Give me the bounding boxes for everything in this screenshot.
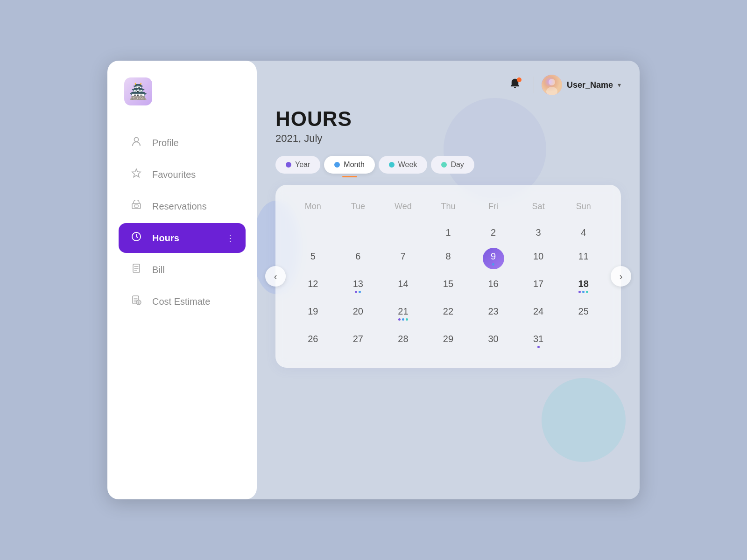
bill-label: Bill <box>152 265 165 275</box>
header: User_Name ▾ <box>257 61 640 96</box>
cal-day-2[interactable]: 2 <box>471 221 516 245</box>
cal-day-31[interactable]: 31 <box>516 327 561 355</box>
sidebar-item-hours[interactable]: Hours ⋮ <box>119 223 246 253</box>
cal-day-11[interactable]: 11 <box>561 245 606 272</box>
dot-teal-18 <box>586 291 588 293</box>
month-tab-label: Month <box>344 161 364 169</box>
cal-day-16[interactable]: 16 <box>471 272 516 300</box>
sidebar-logo: 🏯 <box>107 77 257 128</box>
cal-day-19[interactable]: 19 <box>290 300 336 327</box>
cal-day-29[interactable]: 29 <box>426 327 471 355</box>
sidebar-item-reservations[interactable]: Reservations <box>119 191 246 221</box>
header-actions: User_Name ▾ <box>504 74 621 96</box>
reservations-label: Reservations <box>152 201 207 212</box>
calendar-card: ‹ › Mon Tue Wed Thu Fri Sat Sun 1 2 <box>275 185 621 368</box>
cal-day-23[interactable]: 23 <box>471 300 516 327</box>
cal-day-7[interactable]: 7 <box>381 245 426 272</box>
cal-header-fri: Fri <box>471 198 516 221</box>
page-title: HOURS <box>275 107 621 131</box>
cal-header-tue: Tue <box>336 198 381 221</box>
cal-header-mon: Mon <box>290 198 336 221</box>
cost-estimate-label: Cost Estimate <box>152 296 210 307</box>
sidebar-item-favourites[interactable]: Favourites <box>119 160 246 189</box>
tab-week[interactable]: Week <box>379 156 428 174</box>
calendar-grid: Mon Tue Wed Thu Fri Sat Sun 1 2 3 4 <box>290 198 606 355</box>
year-dot <box>286 162 291 168</box>
cal-day-5[interactable]: 5 <box>290 245 336 272</box>
dot-blue <box>492 263 494 266</box>
app-container: 🏯 Profile <box>107 61 640 499</box>
dot-teal-21 <box>406 318 408 321</box>
svg-text:$: $ <box>138 301 140 304</box>
month-dot <box>334 162 340 168</box>
cal-day-14[interactable]: 14 <box>381 272 426 300</box>
day-tab-label: Day <box>451 161 464 169</box>
hours-icon <box>130 231 143 245</box>
sidebar-item-profile[interactable]: Profile <box>119 128 246 158</box>
svg-point-10 <box>549 79 555 85</box>
cal-header-wed: Wed <box>381 198 426 221</box>
cal-day-1[interactable]: 1 <box>426 221 471 245</box>
cal-day-4[interactable]: 4 <box>561 221 606 245</box>
tab-year[interactable]: Year <box>275 156 320 174</box>
app-logo-icon: 🏯 <box>124 77 152 105</box>
cal-day-24[interactable]: 24 <box>516 300 561 327</box>
dot-blue-21 <box>402 318 404 321</box>
cal-day-27[interactable]: 27 <box>336 327 381 355</box>
cal-day-empty <box>290 221 336 245</box>
cal-day-empty <box>381 221 426 245</box>
bill-icon <box>130 263 143 276</box>
dot-purple-21 <box>398 318 401 321</box>
tab-day[interactable]: Day <box>431 156 474 174</box>
header-divider <box>534 77 534 93</box>
calendar-next-button[interactable]: › <box>611 266 631 287</box>
user-avatar <box>542 75 562 95</box>
svg-point-0 <box>134 138 139 142</box>
tab-month[interactable]: Month <box>324 156 374 174</box>
cal-day-3[interactable]: 3 <box>516 221 561 245</box>
cal-day-25[interactable]: 25 <box>561 300 606 327</box>
cal-day-9-today[interactable]: 9 <box>471 245 516 272</box>
week-tab-label: Week <box>398 161 417 169</box>
deco-circle-2 <box>542 378 626 462</box>
cal-day-6[interactable]: 6 <box>336 245 381 272</box>
favourites-icon <box>130 168 143 181</box>
main-content: User_Name ▾ HOURS 2021, July Year Month <box>257 61 640 499</box>
user-name: User_Name <box>567 80 613 90</box>
cal-day-10[interactable]: 10 <box>516 245 561 272</box>
dot-purple-31 <box>537 346 540 348</box>
cal-day-20[interactable]: 20 <box>336 300 381 327</box>
sidebar-item-bill[interactable]: Bill <box>119 255 246 285</box>
dot-purple-18 <box>578 291 581 293</box>
cal-day-empty-end <box>561 327 606 355</box>
cal-day-8[interactable]: 8 <box>426 245 471 272</box>
view-tabs: Year Month Week Day <box>275 156 621 174</box>
user-menu-button[interactable]: User_Name ▾ <box>542 75 621 95</box>
day-dot <box>441 162 447 168</box>
week-dot <box>389 162 395 168</box>
cal-day-13[interactable]: 13 <box>336 272 381 300</box>
nav-more-icon[interactable]: ⋮ <box>226 233 234 243</box>
cal-day-18-week3[interactable]: 18 <box>561 272 606 300</box>
sidebar-nav: Profile Favourites <box>107 128 257 316</box>
reservations-icon <box>130 200 143 213</box>
cal-day-12[interactable]: 12 <box>290 272 336 300</box>
cal-day-21[interactable]: 21 <box>381 300 426 327</box>
svg-marker-1 <box>132 169 141 177</box>
hours-label: Hours <box>152 233 179 244</box>
cal-day-28[interactable]: 28 <box>381 327 426 355</box>
profile-icon <box>130 136 143 149</box>
year-tab-label: Year <box>295 161 310 169</box>
cal-day-15[interactable]: 15 <box>426 272 471 300</box>
cal-day-30[interactable]: 30 <box>471 327 516 355</box>
dot-purple-13 <box>355 291 357 293</box>
chevron-down-icon: ▾ <box>618 81 621 89</box>
calendar-prev-button[interactable]: ‹ <box>265 266 286 287</box>
sidebar-item-cost-estimate[interactable]: $ Cost Estimate <box>119 287 246 316</box>
cal-day-26[interactable]: 26 <box>290 327 336 355</box>
notification-button[interactable] <box>504 74 526 96</box>
cal-header-sun: Sun <box>561 198 606 221</box>
notification-dot <box>517 77 521 82</box>
cal-day-17[interactable]: 17 <box>516 272 561 300</box>
cal-day-22[interactable]: 22 <box>426 300 471 327</box>
